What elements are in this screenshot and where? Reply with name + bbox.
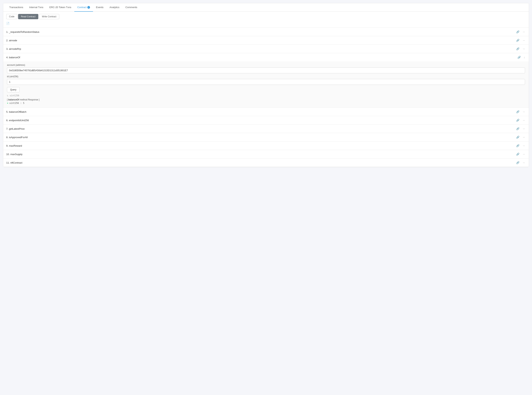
contract-item: 8. isApprovedForAll🔗→: [3, 133, 529, 142]
chevron-right-icon: »: [7, 102, 8, 104]
arrow-right-icon-10[interactable]: →: [522, 152, 526, 156]
result-value-4: »uint256 : 5: [7, 102, 525, 104]
contract-item: 11. nftContract🔗→: [3, 159, 529, 167]
contract-item-expanded-4: account (address)id (uint256)Query↳ uint…: [3, 61, 529, 107]
arrow-right-icon-3[interactable]: →: [522, 47, 526, 51]
main-tabs: TransactionsInternal TxnsERC-20 Token Tx…: [3, 3, 529, 12]
tab-erc-20-token-txns[interactable]: ERC-20 Token Txns: [46, 3, 74, 12]
contract-item: 4. balanceOf🔗↓account (address)id (uint2…: [3, 53, 529, 108]
contract-item-header-6[interactable]: 6. endpointIdUint256🔗→: [3, 116, 529, 124]
item-label-8: 8. isApprovedForAll: [6, 136, 28, 139]
contract-item-header-3[interactable]: 3. airnodeRrp🔗→: [3, 45, 529, 53]
tab-internal-txns[interactable]: Internal Txns: [26, 3, 46, 12]
contract-item-header-2[interactable]: 2. airnode🔗→: [3, 36, 529, 44]
contract-item-header-4[interactable]: 4. balanceOf🔗↓: [3, 53, 529, 61]
tab-analytics[interactable]: Analytics: [106, 3, 123, 12]
link-icon-3[interactable]: 🔗: [515, 47, 520, 51]
arrow-right-icon-2[interactable]: →: [522, 38, 526, 42]
contract-item-header-10[interactable]: 10. maxSupply🔗→: [3, 150, 529, 158]
link-icon-6[interactable]: 🔗: [515, 118, 520, 122]
section-title: 📄: [6, 22, 11, 25]
tab-events[interactable]: Events: [93, 3, 106, 12]
contract-item-header-9[interactable]: 9. maxReward🔗→: [3, 142, 529, 150]
arrow-right-icon-9[interactable]: →: [522, 144, 526, 148]
sub-tab-read-contract[interactable]: Read Contract: [18, 14, 38, 19]
item-label-5: 5. balanceOfBatch: [6, 110, 26, 113]
result-response-4: [ balanceOf method Response ]: [7, 98, 525, 101]
contract-item-header-1[interactable]: 1. _requestIdToRandomStatus🔗→: [3, 28, 529, 36]
sub-tab-code[interactable]: Code: [6, 14, 17, 19]
tab-contract[interactable]: Contract✓: [74, 3, 93, 12]
item-label-6: 6. endpointIdUint256: [6, 119, 29, 122]
section-header: 📄: [3, 19, 529, 28]
contract-item-header-7[interactable]: 7. getLatestPrice🔗→: [3, 125, 529, 133]
tab-label: Contract: [77, 6, 87, 9]
item-label-3: 3. airnodeRrp: [6, 48, 21, 50]
query-button-4[interactable]: Query: [7, 87, 20, 92]
item-label-4: 4. balanceOf: [6, 56, 20, 59]
result-val-text-4: uint256 : 5: [9, 102, 24, 104]
sub-tab-write-contract[interactable]: Write Contract: [39, 14, 59, 19]
contract-item: 9. maxReward🔗→: [3, 142, 529, 150]
link-icon-10[interactable]: 🔗: [515, 152, 520, 156]
link-icon-11[interactable]: 🔗: [515, 161, 520, 165]
contract-item: 2. airnode🔗→: [3, 36, 529, 45]
contract-items-list: 1. _requestIdToRandomStatus🔗→2. airnode🔗…: [3, 28, 529, 167]
link-icon-8[interactable]: 🔗: [515, 135, 520, 139]
link-icon-1[interactable]: 🔗: [515, 30, 520, 34]
result-type-4: ↳ uint256: [7, 94, 525, 97]
arrow-right-icon-7[interactable]: →: [522, 127, 526, 131]
item-label-11: 11. nftContract: [6, 161, 22, 164]
arrow-right-icon-8[interactable]: →: [522, 135, 526, 139]
contract-item-header-5[interactable]: 5. balanceOfBatch🔗→: [3, 108, 529, 116]
item-label-7: 7. getLatestPrice: [6, 127, 25, 130]
arrow-right-icon-1[interactable]: →: [522, 30, 526, 34]
doc-icon: 📄: [6, 22, 9, 25]
chevron-down-icon-4[interactable]: ↓: [523, 55, 526, 59]
field-label-4-0: account (address): [7, 64, 525, 66]
field-input-4-1[interactable]: [7, 79, 525, 85]
contract-item: 1. _requestIdToRandomStatus🔗→: [3, 28, 529, 36]
tab-comments[interactable]: Comments: [123, 3, 140, 12]
link-icon-5[interactable]: 🔗: [515, 110, 520, 114]
field-input-4-0[interactable]: [7, 67, 525, 73]
link-icon-2[interactable]: 🔗: [515, 38, 520, 42]
arrow-right-icon-6[interactable]: →: [522, 118, 526, 122]
link-icon-7[interactable]: 🔗: [515, 127, 520, 131]
contract-item: 3. airnodeRrp🔗→: [3, 45, 529, 53]
arrow-right-icon-11[interactable]: →: [522, 161, 526, 165]
item-label-1: 1. _requestIdToRandomStatus: [6, 31, 39, 33]
tab-transactions[interactable]: Transactions: [6, 3, 26, 12]
contract-item-header-11[interactable]: 11. nftContract🔗→: [3, 159, 529, 167]
contract-item-header-8[interactable]: 8. isApprovedForAll🔗→: [3, 133, 529, 141]
verified-badge: ✓: [87, 6, 90, 9]
contract-item: 7. getLatestPrice🔗→: [3, 125, 529, 133]
link-icon-4[interactable]: 🔗: [517, 55, 521, 59]
item-label-10: 10. maxSupply: [6, 153, 22, 156]
link-icon-9[interactable]: 🔗: [515, 144, 520, 148]
contract-item: 6. endpointIdUint256🔗→: [3, 116, 529, 125]
sub-tabs: CodeRead ContractWrite Contract: [3, 12, 529, 19]
item-label-9: 9. maxReward: [6, 144, 22, 147]
field-label-4-1: id (uint256): [7, 75, 525, 78]
arrow-right-icon-5[interactable]: →: [522, 110, 526, 114]
item-label-2: 2. airnode: [6, 39, 17, 42]
contract-item: 5. balanceOfBatch🔗→: [3, 108, 529, 116]
contract-item: 10. maxSupply🔗→: [3, 150, 529, 159]
